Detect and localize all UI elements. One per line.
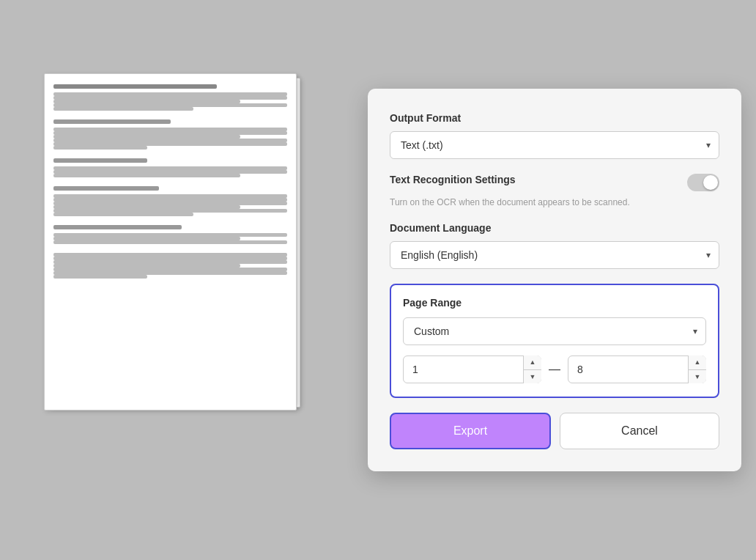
end-page-up-button[interactable]: ▲ [689,355,706,370]
page-range-select-wrapper: All Pages Custom ▾ [403,317,706,345]
output-format-label: Output Format [390,112,719,124]
document-language-select[interactable]: English (English) Arabic French German S… [390,241,719,269]
ocr-label: Text Recognition Settings [390,174,516,185]
action-row: Export Cancel [390,413,719,449]
output-format-select[interactable]: Text (.txt) PDF Word (.docx) Excel (.xls… [390,131,719,159]
toggle-track [687,174,719,191]
toggle-thumb [703,175,718,190]
document-language-select-wrapper: English (English) Arabic French German S… [390,241,719,269]
start-page-wrapper: 1 ▲ ▼ [403,355,541,383]
document-language-label: Document Language [390,222,719,234]
doc-page-front [44,73,297,410]
ocr-description: Turn on the OCR when the document appear… [390,196,719,209]
page-range-box: Page Range All Pages Custom ▾ 1 ▲ ▼ — [390,284,719,398]
start-page-up-button[interactable]: ▲ [524,355,541,370]
page-range-select[interactable]: All Pages Custom [403,317,706,345]
dialog-overlay: Output Format Text (.txt) PDF Word (.doc… [0,0,756,560]
start-page-input[interactable]: 1 [403,355,541,383]
export-button[interactable]: Export [390,413,551,449]
page-range-label: Page Range [403,297,706,309]
number-range-row: 1 ▲ ▼ — 8 ▲ ▼ [403,355,706,383]
ocr-row: Text Recognition Settings [390,174,719,191]
document-preview [44,73,322,432]
end-page-down-button[interactable]: ▼ [689,370,706,384]
output-format-select-wrapper: Text (.txt) PDF Word (.docx) Excel (.xls… [390,131,719,159]
ocr-toggle[interactable] [687,174,719,191]
start-page-down-button[interactable]: ▼ [524,370,541,384]
range-dash: — [549,363,560,376]
start-page-spinners: ▲ ▼ [523,355,541,383]
end-page-spinners: ▲ ▼ [688,355,706,383]
cancel-button[interactable]: Cancel [560,413,719,449]
end-page-input[interactable]: 8 [568,355,706,383]
dialog-panel: Output Format Text (.txt) PDF Word (.doc… [368,89,741,471]
end-page-wrapper: 8 ▲ ▼ [568,355,706,383]
